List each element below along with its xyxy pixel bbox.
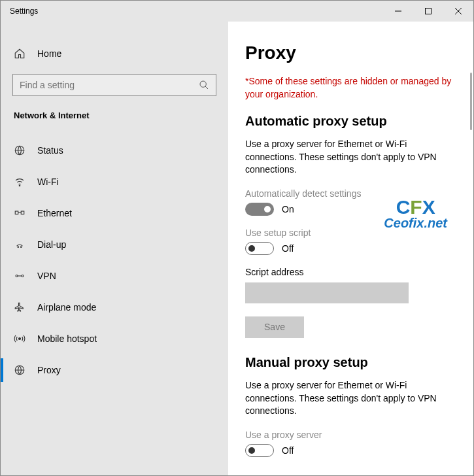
svg-point-13 (16, 275, 18, 277)
svg-point-11 (18, 246, 19, 248)
sidebar-item-label: Airplane mode (37, 302, 96, 313)
svg-point-12 (21, 246, 22, 248)
auto-heading: Automatic proxy setup (245, 114, 455, 129)
auto-desc: Use a proxy server for Ethernet or Wi-Fi… (245, 138, 455, 177)
svg-point-16 (19, 338, 21, 340)
use-proxy-state: Off (282, 445, 294, 456)
search-box[interactable] (12, 74, 216, 96)
svg-rect-8 (15, 211, 18, 214)
sidebar-item-wifi[interactable]: Wi-Fi (1, 166, 228, 197)
airplane-icon (14, 301, 25, 313)
home-label: Home (37, 48, 61, 59)
sidebar: Home Network & Internet Status Wi-Fi Eth… (1, 22, 228, 475)
sidebar-item-vpn[interactable]: VPN (1, 260, 228, 292)
sidebar-item-label: VPN (37, 271, 56, 281)
content-pane: Proxy *Some of these settings are hidden… (228, 22, 473, 475)
sidebar-item-label: Mobile hotspot (37, 333, 97, 344)
svg-rect-9 (21, 211, 24, 214)
sidebar-item-proxy[interactable]: Proxy (1, 354, 228, 386)
sidebar-item-label: Proxy (37, 365, 61, 375)
script-address-input[interactable] (245, 282, 409, 303)
status-icon (14, 144, 25, 156)
window-controls (383, 1, 473, 22)
hotspot-icon (14, 333, 25, 345)
use-proxy-label: Use a proxy server (245, 430, 455, 440)
manual-heading: Manual proxy setup (245, 355, 455, 370)
section-title: Network & Internet (1, 110, 228, 120)
save-button[interactable]: Save (245, 316, 304, 338)
ethernet-icon (14, 207, 25, 219)
script-address-label: Script address (245, 267, 455, 277)
setup-script-label: Use setup script (245, 228, 455, 238)
minimize-button[interactable] (383, 1, 413, 22)
sidebar-item-label: Dial-up (37, 239, 66, 250)
auto-detect-state: On (282, 204, 294, 214)
sidebar-item-dialup[interactable]: Dial-up (1, 229, 228, 260)
titlebar: Settings (1, 1, 473, 22)
sidebar-item-hotspot[interactable]: Mobile hotspot (1, 323, 228, 354)
svg-point-7 (19, 185, 20, 186)
sidebar-item-status[interactable]: Status (1, 135, 228, 166)
auto-detect-label: Automatically detect settings (245, 188, 455, 199)
home-icon (14, 48, 25, 60)
sidebar-item-label: Wi-Fi (37, 177, 59, 187)
setup-script-toggle[interactable] (245, 242, 274, 255)
sidebar-item-label: Ethernet (37, 208, 72, 218)
scrollbar[interactable] (470, 73, 472, 130)
svg-point-14 (22, 275, 24, 277)
close-button[interactable] (443, 1, 473, 22)
proxy-icon (14, 364, 25, 376)
wifi-icon (14, 176, 25, 188)
setup-script-state: Off (282, 243, 294, 254)
svg-line-5 (205, 86, 208, 89)
sidebar-item-airplane[interactable]: Airplane mode (1, 292, 228, 323)
page-title: Proxy (245, 42, 455, 63)
use-proxy-toggle[interactable] (245, 444, 274, 457)
manual-desc: Use a proxy server for Ethernet or Wi-Fi… (245, 379, 455, 418)
org-warning: *Some of these settings are hidden or ma… (245, 75, 455, 101)
window-title: Settings (10, 7, 38, 16)
home-button[interactable]: Home (1, 41, 228, 66)
auto-detect-toggle (245, 203, 274, 216)
dialup-icon (14, 239, 25, 250)
search-input[interactable] (20, 80, 199, 90)
search-icon (199, 80, 209, 90)
vpn-icon (14, 270, 25, 282)
svg-rect-1 (426, 8, 432, 14)
sidebar-item-ethernet[interactable]: Ethernet (1, 197, 228, 229)
svg-point-4 (200, 81, 206, 87)
sidebar-item-label: Status (37, 145, 63, 156)
maximize-button[interactable] (413, 1, 443, 22)
